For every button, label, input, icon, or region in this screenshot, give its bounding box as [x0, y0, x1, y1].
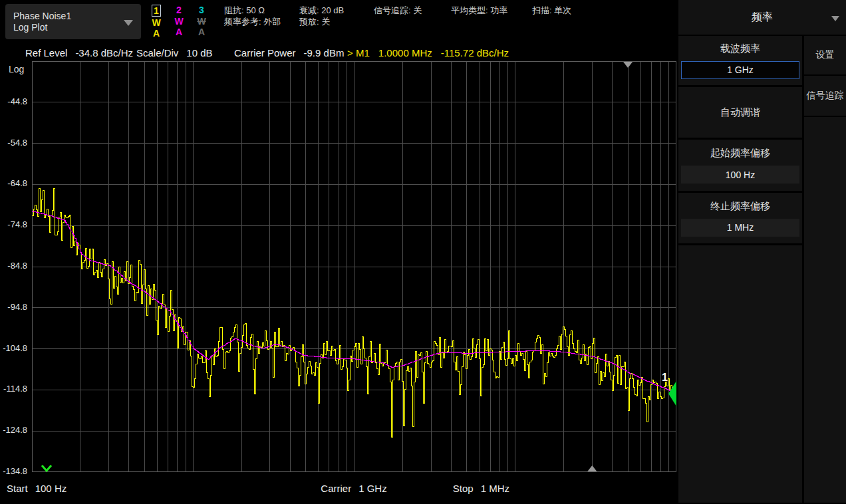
tab-empty-area — [804, 117, 846, 503]
marker-1-label: 1 — [662, 372, 668, 383]
softkey-2[interactable]: 自动调谐 — [678, 87, 802, 138]
softkey-label: 自动调谐 — [720, 106, 760, 119]
softkey-3[interactable]: 起始频率偏移100 Hz — [678, 140, 802, 191]
softkey-4[interactable]: 终止频率偏移1 MHz — [678, 193, 802, 243]
marker-1-diamond[interactable] — [668, 381, 676, 406]
tab-signal-tracking[interactable]: 信号追踪 — [804, 76, 846, 117]
chevron-down-icon — [831, 16, 839, 21]
stop-offset-readout: Stop1 MHz — [453, 483, 509, 494]
carrier-freq-readout: Carrier1 GHz — [321, 483, 386, 494]
softkey-value-field[interactable]: 100 Hz — [681, 166, 799, 184]
softkey-label: 终止频率偏移 — [710, 200, 770, 213]
top-position-triangle-icon — [623, 62, 633, 68]
softkey-empty-area — [678, 245, 802, 503]
softkey-1[interactable]: 载波频率1 GHz — [678, 36, 802, 85]
softkey-label: 起始频率偏移 — [710, 147, 770, 160]
bottom-position-triangle-icon — [587, 465, 597, 471]
softkey-value-field[interactable]: 1 MHz — [681, 219, 799, 237]
softkey-panel: 频率 载波频率1 GHz自动调谐起始频率偏移100 Hz终止频率偏移1 MHz … — [678, 0, 846, 504]
start-offset-readout: Start100 Hz — [7, 483, 67, 494]
tab-settings[interactable]: 设置 — [804, 36, 846, 76]
phase-noise-plot: 1 — [0, 0, 678, 483]
softkey-label: 载波频率 — [720, 43, 760, 55]
softkey-value-field[interactable]: 1 GHz — [681, 61, 799, 79]
softkey-panel-header[interactable]: 频率 — [678, 0, 846, 36]
softkey-panel-title: 频率 — [752, 11, 773, 25]
x-axis-footer: Start100 Hz Carrier1 GHz Stop1 MHz — [0, 483, 678, 496]
phase-noise-analyzer-screen: Phase Noise1 Log Plot 1WA2WA3WA 阻抗: 50 Ω… — [0, 0, 846, 504]
graticule — [32, 61, 676, 472]
sweep-start-chevron-icon — [42, 465, 51, 471]
